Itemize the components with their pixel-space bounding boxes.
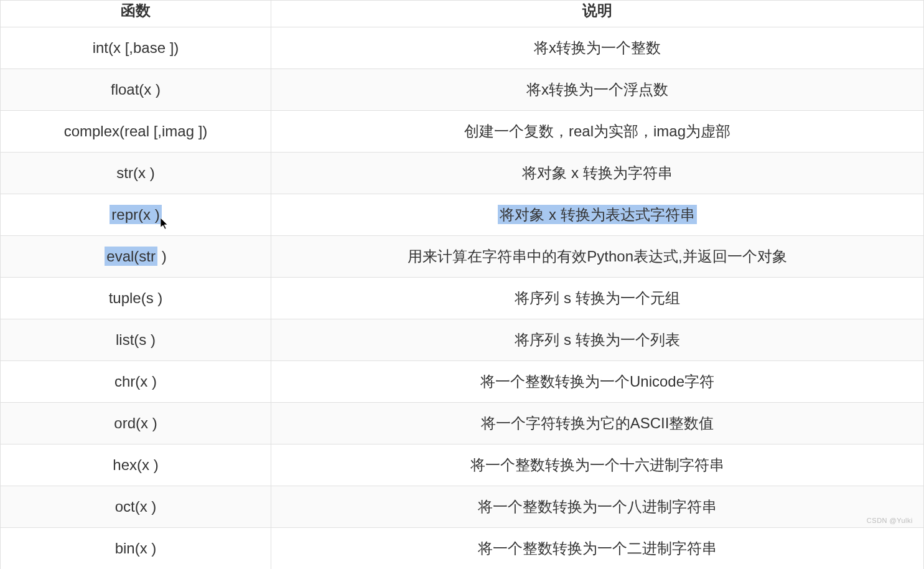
- cell-function: bin(x ): [1, 528, 271, 570]
- cell-function: repr(x ): [1, 194, 271, 236]
- cell-description: 将对象 x 转换为字符串: [271, 153, 924, 194]
- cell-function: str(x ): [1, 153, 271, 194]
- cell-description: 用来计算在字符串中的有效Python表达式,并返回一个对象: [271, 236, 924, 278]
- cell-function: eval(str ): [1, 236, 271, 278]
- table-row: int(x [,base ])将x转换为一个整数: [1, 27, 924, 69]
- header-description: 说明: [271, 1, 924, 27]
- highlighted-text: eval(str: [105, 247, 157, 266]
- table-row: complex(real [,imag ])创建一个复数，real为实部，ima…: [1, 111, 924, 153]
- cell-function: complex(real [,imag ]): [1, 111, 271, 153]
- cell-description: 将对象 x 转换为表达式字符串: [271, 194, 924, 236]
- highlighted-text: repr(x ): [110, 205, 161, 224]
- cell-function: hex(x ): [1, 444, 271, 486]
- watermark-text: CSDN @Yulki: [867, 517, 913, 524]
- highlighted-text: 将对象 x 转换为表达式字符串: [498, 205, 696, 224]
- cell-function: oct(x ): [1, 486, 271, 528]
- table-row: repr(x )将对象 x 转换为表达式字符串: [1, 194, 924, 236]
- cell-description: 将一个整数转换为一个二进制字符串: [271, 528, 924, 570]
- table-row: eval(str )用来计算在字符串中的有效Python表达式,并返回一个对象: [1, 236, 924, 278]
- cell-description: 将一个整数转换为一个八进制字符串: [271, 486, 924, 528]
- functions-table: 函数 说明 int(x [,base ])将x转换为一个整数float(x )将…: [0, 0, 924, 569]
- cell-description: 将序列 s 转换为一个列表: [271, 319, 924, 361]
- cell-text: ): [157, 248, 167, 265]
- cell-description: 将一个整数转换为一个十六进制字符串: [271, 444, 924, 486]
- table-row: ord(x )将一个字符转换为它的ASCII整数值: [1, 403, 924, 444]
- cell-function: int(x [,base ]): [1, 27, 271, 69]
- table-row: chr(x )将一个整数转换为一个Unicode字符: [1, 361, 924, 403]
- cell-function: float(x ): [1, 69, 271, 111]
- table-row: bin(x )将一个整数转换为一个二进制字符串: [1, 528, 924, 570]
- cell-description: 将一个字符转换为它的ASCII整数值: [271, 403, 924, 444]
- table-row: str(x )将对象 x 转换为字符串: [1, 153, 924, 194]
- cell-function: tuple(s ): [1, 278, 271, 319]
- cell-description: 创建一个复数，real为实部，imag为虚部: [271, 111, 924, 153]
- table-header-row: 函数 说明: [1, 1, 924, 27]
- table-row: hex(x )将一个整数转换为一个十六进制字符串: [1, 444, 924, 486]
- cell-description: 将序列 s 转换为一个元组: [271, 278, 924, 319]
- header-function: 函数: [1, 1, 271, 27]
- table-row: list(s )将序列 s 转换为一个列表: [1, 319, 924, 361]
- cell-function: chr(x ): [1, 361, 271, 403]
- table-row: oct(x )将一个整数转换为一个八进制字符串: [1, 486, 924, 528]
- cell-description: 将一个整数转换为一个Unicode字符: [271, 361, 924, 403]
- cell-function: list(s ): [1, 319, 271, 361]
- cell-function: ord(x ): [1, 403, 271, 444]
- table-row: tuple(s )将序列 s 转换为一个元组: [1, 278, 924, 319]
- cell-description: 将x转换为一个整数: [271, 27, 924, 69]
- table-row: float(x )将x转换为一个浮点数: [1, 69, 924, 111]
- cell-description: 将x转换为一个浮点数: [271, 69, 924, 111]
